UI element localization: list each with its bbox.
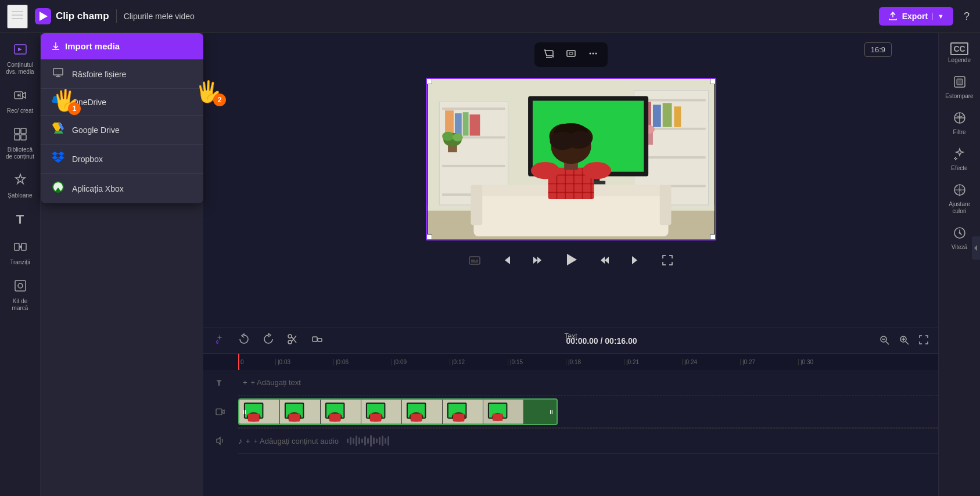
more-button[interactable] [584,46,602,63]
ruler-mark-9: |0:27 [740,359,798,365]
sidebar-library-label: Bibliotecă de conținut [5,146,35,160]
monitor-icon [51,67,65,81]
color-label: Ajustare culori [943,201,976,215]
xbox-label: Aplicația Xbox [72,184,124,193]
sidebar-item-transitions[interactable]: Tranziții [3,235,38,271]
sidebar-item-templates[interactable]: Șabloane [3,168,38,204]
wave-bar [364,436,366,445]
undo-button[interactable] [235,331,253,350]
import-media-label: Import media [65,41,120,51]
onedrive-icon [51,96,65,108]
corner-handle-bl[interactable] [426,234,432,240]
svg-rect-15 [15,281,26,291]
play-button[interactable] [559,247,583,276]
xbox-icon [51,181,65,196]
zoom-out-button[interactable] [877,332,892,350]
ruler-mark-1: |0:03 [275,359,333,365]
filters-tool[interactable]: Filtre [941,107,978,141]
svg-rect-98 [248,413,260,421]
captions-tool[interactable]: CC Legende [941,38,978,69]
right-sidebar-expand[interactable] [972,236,980,260]
svg-rect-93 [216,409,222,415]
wave-bar [367,438,369,444]
blur-label: Estompare [945,93,973,100]
redo-button[interactable] [259,331,278,350]
menu-button[interactable] [7,5,28,28]
fit-timeline-button[interactable] [916,332,931,350]
clip-pause-icon[interactable]: ⏸ [242,408,247,415]
waveform-decoration [342,435,394,447]
blur-tool[interactable]: Estompare [941,71,978,105]
timeline-playhead[interactable] [238,354,239,370]
svg-rect-34 [462,112,468,135]
cut-button[interactable] [283,331,302,350]
timeline-zoom-controls [877,332,931,350]
clip-thumb-2 [280,400,321,424]
zoom-in-button[interactable] [896,332,911,350]
text-track-label: T [204,378,236,387]
corner-handle-tr[interactable] [710,78,716,84]
export-dropdown-arrow[interactable]: ▼ [932,13,944,20]
wave-bar [347,439,349,443]
preview-text-label: Text [564,332,577,340]
corner-handle-tl[interactable] [426,78,432,84]
export-button[interactable]: Export ▼ [879,7,953,26]
preview-video-frame: ↺ [426,78,716,240]
import-dropdown: Import media Răsfoire fișiere OneDr [41,33,203,203]
effects-tool[interactable]: Efecte [941,143,978,177]
skip-back-button[interactable] [496,250,516,273]
sidebar-media-label: Conținutul dvs. media [5,62,35,76]
sidebar-item-brand[interactable]: Kit de marcă [3,274,38,317]
gdrive-item[interactable]: Google Drive [41,115,203,144]
clip-end-icon[interactable]: ⏸ [548,408,554,415]
onedrive-item[interactable]: OneDrive [41,88,203,115]
clip-thumb-7 [483,400,524,424]
dropbox-icon [51,152,65,166]
svg-rect-9 [15,128,20,134]
svg-rect-113 [370,413,382,421]
subtitle-button[interactable] [465,250,484,273]
clip-thumb-5 [402,400,443,424]
wave-bar [356,436,357,446]
audio-track: ♪ + + Adăugați conținut audio [238,428,938,454]
filters-label: Filtre [953,129,965,136]
add-audio-plus: + [246,437,250,445]
speed-icon [953,227,966,242]
rewind-button[interactable] [527,250,547,273]
fullscreen-button[interactable] [658,250,677,273]
project-title: Clipurile mele video [124,12,195,21]
aspect-ratio-display[interactable]: 16:9 [864,42,892,57]
video-clip[interactable]: ⏸ [238,398,558,425]
svg-line-89 [906,342,909,344]
preview-scene [427,79,715,239]
crop-button[interactable] [540,46,558,63]
browse-files-item[interactable]: Răsfoire fișiere [41,59,203,88]
templates-icon [13,173,27,190]
svg-point-16 [18,283,23,288]
svg-rect-35 [469,114,480,135]
dropbox-item[interactable]: Dropbox [41,144,203,173]
magic-tool-button[interactable] [210,331,229,350]
forward-button[interactable] [595,250,615,273]
import-media-button[interactable]: Import media [41,33,203,59]
svg-point-134 [959,232,960,234]
corner-handle-br[interactable] [710,234,716,240]
svg-rect-1 [12,15,23,16]
svg-rect-84 [318,339,322,342]
wave-bar [385,438,386,444]
sidebar-item-record[interactable]: Rec/ creat [3,84,38,119]
audio-detach-button[interactable] [308,331,326,350]
sidebar-item-library[interactable]: Bibliotecă de conținut [3,123,38,165]
skip-forward-button[interactable] [626,250,646,273]
add-text-button[interactable]: + + Adăugați text [238,376,306,389]
resize-button[interactable] [562,46,580,63]
sidebar-item-media[interactable]: Conținutul dvs. media [3,38,38,80]
sidebar-item-text[interactable]: T [3,207,38,232]
color-tool[interactable]: Ajustare culori [941,179,978,220]
ruler-mark-10: |0:30 [798,359,856,365]
help-button[interactable]: ? [960,7,973,26]
add-audio-button[interactable]: ♪ + + Adăugați conținut audio [238,435,394,447]
svg-rect-58 [659,185,671,225]
xbox-item[interactable]: Aplicația Xbox [41,173,203,203]
center-area: 16:9 [203,33,938,496]
